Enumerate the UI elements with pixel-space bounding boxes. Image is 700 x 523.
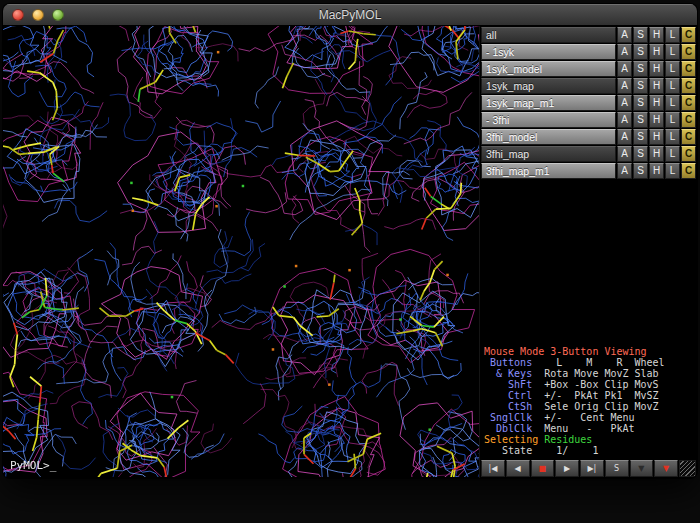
object-c-menu-button[interactable]: C <box>681 146 696 162</box>
object-s-menu-button[interactable]: S <box>633 27 648 43</box>
mouse-binding-row: Buttons L M R Wheel <box>484 357 697 368</box>
object-a-menu-button[interactable]: A <box>617 129 632 145</box>
transport-bar: |◀◀■▶▶|S▼▼ <box>480 459 697 478</box>
object-name-button[interactable]: 3fhi_map_m1 <box>481 163 616 179</box>
object-a-menu-button[interactable]: A <box>617 95 632 111</box>
play-icon: ▶ <box>564 464 570 473</box>
object-s-menu-button[interactable]: S <box>633 78 648 94</box>
object-l-menu-button[interactable]: L <box>665 112 680 128</box>
mouse-mode-title: Mouse Mode 3-Button Viewing <box>484 346 697 357</box>
object-name-button[interactable]: 1syk_map_m1 <box>481 95 616 111</box>
object-name-button[interactable]: all <box>481 27 616 43</box>
object-l-menu-button[interactable]: L <box>665 163 680 179</box>
molecule-viewport[interactable]: PyMOL>_ <box>3 26 479 478</box>
menu-dark-button[interactable]: ▼ <box>630 460 654 477</box>
state-row: State 1/ 1 <box>484 445 697 456</box>
title-bar[interactable]: MacPyMOL <box>3 4 697 26</box>
viewport-canvas[interactable] <box>3 26 479 477</box>
object-h-menu-button[interactable]: H <box>649 129 664 145</box>
object-l-menu-button[interactable]: L <box>665 61 680 77</box>
object-l-menu-button[interactable]: L <box>665 129 680 145</box>
object-c-menu-button[interactable]: C <box>681 78 696 94</box>
object-l-menu-button[interactable]: L <box>665 44 680 60</box>
object-h-menu-button[interactable]: H <box>649 95 664 111</box>
object-row-1syk-model: 1syk_modelASHLC <box>481 61 696 77</box>
object-name-button[interactable]: - 1syk <box>481 44 616 60</box>
window-title: MacPyMOL <box>319 8 382 22</box>
stop-button[interactable]: ■ <box>531 460 555 477</box>
object-row-1syk-map-m1: 1syk_map_m1ASHLC <box>481 95 696 111</box>
go-to-start-icon: |◀ <box>488 464 497 473</box>
play-button[interactable]: ▶ <box>555 460 579 477</box>
panel-spacer <box>480 180 697 344</box>
object-row-1syk-map: 1syk_mapASHLC <box>481 78 696 94</box>
go-to-end-icon: ▶| <box>587 464 596 473</box>
object-row-3fhi: - 3fhiASHLC <box>481 112 696 128</box>
window-content: PyMOL>_ allASHLC- 1sykASHLC1syk_modelASH… <box>3 26 697 478</box>
object-row-3fhi-map-m1: 3fhi_map_m1ASHLC <box>481 163 696 179</box>
object-name-button[interactable]: 3fhi_model <box>481 129 616 145</box>
object-s-menu-button[interactable]: S <box>633 95 648 111</box>
mouse-binding-row: SnglClk +/- Cent Menu <box>484 412 697 423</box>
object-name-button[interactable]: 1syk_model <box>481 61 616 77</box>
object-panel-rows: allASHLC- 1sykASHLC1syk_modelASHLC1syk_m… <box>480 26 697 180</box>
zoom-button[interactable] <box>52 9 64 21</box>
scene-toggle-icon: S <box>614 464 619 473</box>
object-name-button[interactable]: - 3fhi <box>481 112 616 128</box>
object-a-menu-button[interactable]: A <box>617 146 632 162</box>
minimize-button[interactable] <box>32 9 44 21</box>
object-row-3fhi-model: 3fhi_modelASHLC <box>481 129 696 145</box>
mouse-binding-row: Ctrl +/- PkAt Pk1 MvSZ <box>484 390 697 401</box>
object-row-1syk: - 1sykASHLC <box>481 44 696 60</box>
menu-dark-icon: ▼ <box>638 464 644 473</box>
object-a-menu-button[interactable]: A <box>617 78 632 94</box>
object-c-menu-button[interactable]: C <box>681 27 696 43</box>
object-h-menu-button[interactable]: H <box>649 78 664 94</box>
object-h-menu-button[interactable]: H <box>649 44 664 60</box>
resize-grip[interactable] <box>679 460 696 477</box>
object-s-menu-button[interactable]: S <box>633 112 648 128</box>
control-panel: allASHLC- 1sykASHLC1syk_modelASHLC1syk_m… <box>479 26 697 478</box>
object-s-menu-button[interactable]: S <box>633 163 648 179</box>
go-to-start-button[interactable]: |◀ <box>481 460 505 477</box>
object-h-menu-button[interactable]: H <box>649 27 664 43</box>
object-l-menu-button[interactable]: L <box>665 146 680 162</box>
menu-red-icon: ▼ <box>663 464 669 473</box>
object-a-menu-button[interactable]: A <box>617 44 632 60</box>
object-l-menu-button[interactable]: L <box>665 27 680 43</box>
object-s-menu-button[interactable]: S <box>633 129 648 145</box>
object-a-menu-button[interactable]: A <box>617 27 632 43</box>
object-l-menu-button[interactable]: L <box>665 78 680 94</box>
object-h-menu-button[interactable]: H <box>649 163 664 179</box>
object-a-menu-button[interactable]: A <box>617 112 632 128</box>
object-c-menu-button[interactable]: C <box>681 163 696 179</box>
object-c-menu-button[interactable]: C <box>681 61 696 77</box>
mouse-panel: Mouse Mode 3-Button Viewing Buttons L M … <box>480 344 697 459</box>
object-row-all: allASHLC <box>481 27 696 43</box>
object-a-menu-button[interactable]: A <box>617 61 632 77</box>
object-a-menu-button[interactable]: A <box>617 163 632 179</box>
object-s-menu-button[interactable]: S <box>633 44 648 60</box>
command-prompt[interactable]: PyMOL>_ <box>10 459 56 472</box>
mouse-binding-row: DblClk Menu - PkAt <box>484 423 697 434</box>
object-c-menu-button[interactable]: C <box>681 129 696 145</box>
object-name-button[interactable]: 1syk_map <box>481 78 616 94</box>
object-c-menu-button[interactable]: C <box>681 112 696 128</box>
go-to-end-button[interactable]: ▶| <box>580 460 604 477</box>
object-name-button[interactable]: 3fhi_map <box>481 146 616 162</box>
object-s-menu-button[interactable]: S <box>633 146 648 162</box>
menu-red-button[interactable]: ▼ <box>654 460 678 477</box>
object-h-menu-button[interactable]: H <box>649 61 664 77</box>
object-c-menu-button[interactable]: C <box>681 95 696 111</box>
object-l-menu-button[interactable]: L <box>665 95 680 111</box>
object-h-menu-button[interactable]: H <box>649 112 664 128</box>
object-s-menu-button[interactable]: S <box>633 61 648 77</box>
scene-toggle-button[interactable]: S <box>605 460 629 477</box>
mouse-binding-row: & Keys Rota Move MovZ Slab <box>484 368 697 379</box>
object-c-menu-button[interactable]: C <box>681 44 696 60</box>
mouse-binding-row: ShFt +Box -Box Clip MovS <box>484 379 697 390</box>
object-h-menu-button[interactable]: H <box>649 146 664 162</box>
close-button[interactable] <box>12 9 24 21</box>
object-row-3fhi-map: 3fhi_mapASHLC <box>481 146 696 162</box>
step-back-button[interactable]: ◀ <box>506 460 530 477</box>
